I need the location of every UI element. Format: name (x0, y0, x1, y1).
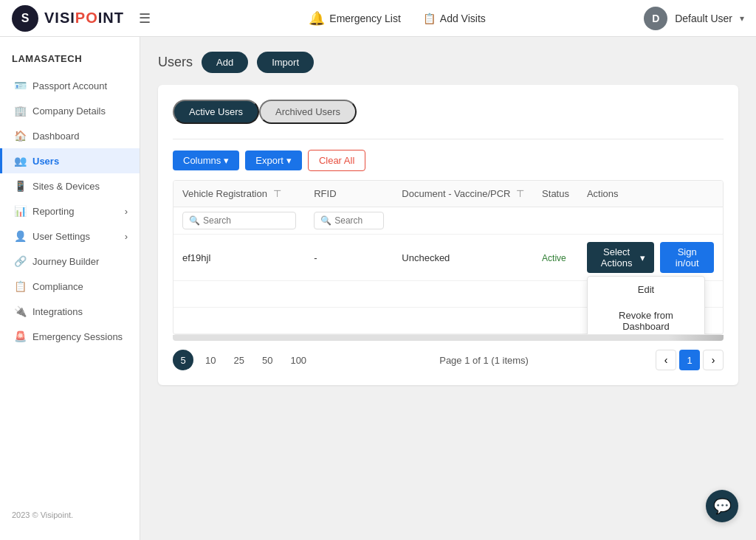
sign-in-out-button[interactable]: Sign in/out (660, 242, 714, 273)
sidebar-item-sites-devices[interactable]: 📱 Sites & Devices (0, 173, 140, 198)
sidebar: LAMASATECH 🪪 Passport Account 🏢 Company … (0, 37, 140, 540)
page-title: Users (158, 55, 193, 70)
page-nav: ‹ 1 › (656, 350, 724, 370)
user-dropdown-arrow[interactable]: ▾ (740, 13, 744, 24)
table-row: ef19hjl - Unchecked Active Select Action… (173, 235, 723, 281)
sidebar-item-users[interactable]: 👥 Users (0, 148, 140, 173)
status-badge: Active (542, 253, 566, 263)
page-size-options: 5 10 25 50 100 (173, 350, 312, 370)
reporting-arrow: › (125, 206, 128, 217)
document-filter-icon[interactable]: ⊤ (516, 188, 524, 199)
users-table: Vehicle Registration ⊤ RFID Document - V… (173, 181, 723, 334)
rfid-search-icon: 🔍 (320, 215, 331, 226)
users-icon: 👥 (14, 155, 27, 167)
page-1-button[interactable]: 1 (679, 350, 700, 370)
col-vehicle-reg: Vehicle Registration ⊤ (173, 181, 305, 207)
col-document: Document - Vaccine/PCR ⊤ (393, 181, 533, 207)
add-button[interactable]: Add (202, 52, 248, 73)
sidebar-item-company-details[interactable]: 🏢 Company Details (0, 98, 140, 123)
select-actions-button[interactable]: Select Actions ▾ Edit Revoke from Dashbo… (587, 242, 654, 273)
users-card: Active Users Archived Users Columns ▾ Ex… (158, 85, 738, 385)
columns-button[interactable]: Columns ▾ (173, 150, 239, 170)
sidebar-footer: 2023 © Visipoint. (0, 502, 140, 528)
next-page-button[interactable]: › (703, 350, 724, 370)
export-button[interactable]: Export ▾ (245, 150, 302, 170)
main-content: Users Add Import Active Users Archived U… (140, 37, 756, 540)
add-visits-button[interactable]: 📋 Add Visits (423, 13, 486, 24)
page-size-25[interactable]: 25 (227, 352, 250, 369)
search-row: 🔍 🔍 (173, 207, 723, 235)
tabs: Active Users Archived Users (173, 100, 724, 124)
vehicle-reg-search-icon: 🔍 (189, 215, 200, 226)
logo-text: VISIPOINT (44, 10, 124, 27)
integrations-icon: 🔌 (14, 305, 27, 317)
dropdown-revoke-item[interactable]: Revoke from Dashboard (588, 302, 704, 335)
user-settings-arrow: › (125, 231, 128, 242)
page-info: Page 1 of 1 (1 items) (439, 355, 529, 366)
page-size-50[interactable]: 50 (256, 352, 278, 369)
devices-icon: 📱 (14, 180, 27, 192)
page-size-10[interactable]: 10 (199, 352, 221, 369)
vehicle-reg-search-wrap: 🔍 (182, 212, 296, 229)
emergency-icon: 🚨 (14, 330, 27, 342)
cell-vehicle-reg: ef19hjl (173, 235, 305, 281)
hamburger-button[interactable]: ☰ (139, 10, 151, 27)
sidebar-item-user-settings[interactable]: 👤 User Settings › (0, 224, 140, 249)
compliance-icon: 📋 (14, 280, 27, 292)
add-visits-icon: 📋 (423, 13, 436, 24)
toolbar: Columns ▾ Export ▾ Clear All (173, 150, 724, 171)
col-rfid: RFID (305, 181, 393, 207)
tab-archived-users[interactable]: Archived Users (259, 100, 357, 124)
page-size-5[interactable]: 5 (173, 350, 193, 370)
logo-area: S VISIPOINT (12, 5, 124, 32)
export-arrow-icon: ▾ (286, 155, 292, 166)
select-actions-arrow: ▾ (640, 252, 645, 263)
sidebar-item-dashboard[interactable]: 🏠 Dashboard (0, 123, 140, 148)
company-icon: 🏢 (14, 105, 27, 117)
chat-icon: 💬 (713, 497, 732, 515)
sidebar-item-compliance[interactable]: 📋 Compliance (0, 274, 140, 299)
add-visits-label: Add Visits (440, 13, 486, 24)
vehicle-reg-search-input[interactable] (203, 215, 289, 226)
pagination-bar: 5 10 25 50 100 Page 1 of 1 (1 items) ‹ 1… (173, 350, 724, 370)
nav-center: 🔔 Emergency List 📋 Add Visits (151, 10, 644, 27)
tab-active-users[interactable]: Active Users (173, 100, 259, 124)
cell-rfid: - (305, 235, 393, 281)
page-header: Users Add Import (158, 52, 738, 73)
vehicle-reg-filter-icon[interactable]: ⊤ (273, 188, 281, 199)
bell-icon: 🔔 (309, 10, 325, 27)
app-layout: LAMASATECH 🪪 Passport Account 🏢 Company … (0, 37, 756, 540)
sidebar-item-emergency-sessions[interactable]: 🚨 Emergency Sessions (0, 324, 140, 349)
sidebar-item-journey-builder[interactable]: 🔗 Journey Builder (0, 249, 140, 274)
col-status: Status (533, 181, 578, 207)
users-table-wrapper: Vehicle Registration ⊤ RFID Document - V… (173, 180, 724, 335)
logo-icon: S (12, 5, 38, 32)
rfid-search-input[interactable] (334, 215, 377, 226)
actions-cell: Select Actions ▾ Edit Revoke from Dashbo… (587, 242, 714, 273)
col-actions: Actions (578, 181, 723, 207)
sidebar-item-reporting[interactable]: 📊 Reporting › (0, 198, 140, 224)
reporting-icon: 📊 (14, 205, 27, 217)
nav-right: D Default User ▾ (644, 7, 744, 30)
cell-document: Unchecked (393, 235, 533, 281)
user-settings-icon: 👤 (14, 230, 27, 242)
import-button[interactable]: Import (257, 52, 314, 73)
sidebar-item-integrations[interactable]: 🔌 Integrations (0, 299, 140, 324)
journey-icon: 🔗 (14, 255, 27, 267)
select-actions-dropdown: Edit Revoke from Dashboard (587, 276, 705, 335)
clear-all-button[interactable]: Clear All (308, 150, 365, 171)
home-icon: 🏠 (14, 130, 27, 142)
passport-icon: 🪪 (14, 80, 27, 91)
table-scrollbar[interactable] (173, 335, 724, 341)
cell-actions: Select Actions ▾ Edit Revoke from Dashbo… (578, 235, 723, 281)
page-size-100[interactable]: 100 (284, 352, 312, 369)
sidebar-item-passport-account[interactable]: 🪪 Passport Account (0, 73, 140, 98)
rfid-search-wrap: 🔍 (314, 212, 384, 229)
emergency-list-button[interactable]: 🔔 Emergency List (309, 10, 400, 27)
prev-page-button[interactable]: ‹ (656, 350, 676, 370)
dropdown-edit-item[interactable]: Edit (588, 277, 704, 302)
top-nav: S VISIPOINT ☰ 🔔 Emergency List 📋 Add Vis… (0, 0, 756, 37)
chat-fab[interactable]: 💬 (706, 490, 738, 522)
columns-arrow-icon: ▾ (224, 155, 229, 166)
cell-status: Active (533, 235, 578, 281)
